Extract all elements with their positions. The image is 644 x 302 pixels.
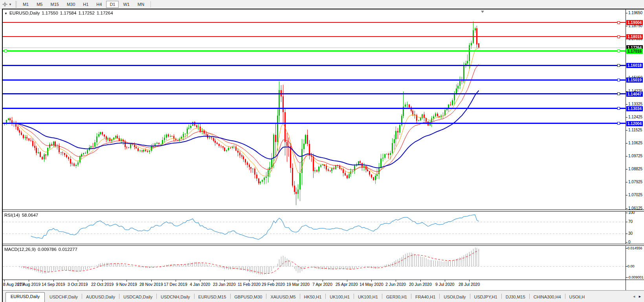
tab-usdjpy-h1[interactable]: USDJPY,H1	[470, 293, 501, 302]
level-price-label: 1.16018	[626, 63, 643, 68]
timeframe-button-m15[interactable]: M15	[47, 1, 62, 8]
timeframe-button-h1[interactable]: H1	[79, 1, 92, 8]
macd-axis[interactable]: 0.0145560.00-0.009001	[626, 246, 644, 280]
date-tick-label: 4 Jan 2020	[190, 282, 210, 287]
macd-plot[interactable]: MACD(12,26,9)0.0097860.012277	[3, 246, 626, 280]
price-tick-label: 1.12425	[628, 115, 642, 119]
price-tick-mark	[626, 13, 627, 13]
line-handle[interactable]	[617, 21, 620, 24]
date-tick-mark	[4, 280, 5, 282]
tab-eurusd-daily[interactable]: EURUSD,Daily	[6, 292, 45, 302]
tab-hk50-h1[interactable]: HK50,H1	[300, 293, 326, 302]
line-handle[interactable]	[4, 50, 7, 52]
chart-title: ▼EURUSD,Daily1.175501.175841.172521.1726…	[4, 11, 115, 15]
price-tick-label: 1.08825	[628, 167, 642, 171]
date-tick-label: 28 Jul 2020	[459, 282, 480, 287]
date-tick-label: 23 Jan 2020	[213, 282, 236, 287]
horizontal-level-line[interactable]	[3, 123, 626, 124]
date-tick-mark	[224, 280, 225, 282]
tab-china300-h4[interactable]: CHINA300,H4	[530, 293, 565, 302]
level-price-label: 1.13034	[626, 106, 643, 111]
date-tick-label: 14 Sep 2019	[42, 282, 65, 287]
cursor-tool-button[interactable]: ▼	[1, 1, 13, 7]
toolbar-grip[interactable]	[15, 1, 17, 7]
date-tick-label: 17 Dec 2019	[164, 282, 187, 287]
tabs-scroll-right-icon[interactable]: ►	[637, 295, 643, 298]
date-axis[interactable]: 8 Aug 201927 Aug 201914 Sep 20193 Oct 20…	[3, 280, 644, 290]
chart-symbol: EURUSD,Daily	[9, 11, 40, 15]
line-handle[interactable]	[617, 79, 620, 81]
tab-gbpusd-m30[interactable]: GBPUSD,M30	[231, 293, 266, 302]
rsi-tick-mark	[626, 222, 627, 222]
horizontal-level-line[interactable]	[3, 50, 626, 52]
tabs-scroll-left-icon[interactable]: ◄	[631, 295, 637, 298]
price-plot[interactable]: ▼EURUSD,Daily1.175501.175841.172521.1726…	[3, 9, 626, 210]
date-tick-label: 29 Feb 2020	[262, 282, 285, 287]
rsi-tick-mark	[626, 242, 627, 243]
tab-usdcad-daily[interactable]: USDCAD,Daily	[119, 293, 156, 302]
rsi-axis[interactable]: 10070300	[626, 212, 644, 244]
date-tick-mark	[298, 280, 298, 282]
tab-uk100-h1[interactable]: UK100,H1	[354, 293, 382, 302]
tab-usdcnh-daily[interactable]: USDCNH,Daily	[157, 293, 194, 302]
price-axis[interactable]: 1.196501.187501.178501.169501.160501.151…	[626, 9, 644, 210]
macd-signal-value: 0.012277	[59, 247, 77, 252]
line-handle[interactable]	[617, 107, 620, 110]
tab-uk100-h1[interactable]: UK100,H1	[326, 293, 354, 302]
price-tick-mark	[626, 208, 627, 209]
tab-xauusd-m5[interactable]: XAUUSD,M5	[266, 293, 299, 302]
price-tick-mark	[626, 104, 627, 105]
tab-fra40-h1[interactable]: FRA40,H1	[411, 293, 439, 302]
rsi-plot[interactable]: RSI(14)58.0647	[3, 212, 626, 244]
timeframe-button-w1[interactable]: W1	[119, 1, 133, 8]
timeframe-button-h4[interactable]: H4	[93, 1, 105, 8]
tab-dj30-m15[interactable]: DJ30,M15	[502, 293, 529, 302]
date-tick-mark	[127, 280, 127, 282]
horizontal-level-line[interactable]	[3, 93, 626, 94]
line-handle[interactable]	[617, 122, 620, 125]
tab-usdchf-daily[interactable]: USDCHF,Daily	[46, 293, 82, 302]
rsi-tick-label: 0	[628, 240, 631, 244]
tab-usoil-daily[interactable]: USOil,Daily	[440, 293, 470, 302]
macd-main-value: 0.009786	[38, 247, 57, 252]
date-tick-mark	[176, 280, 176, 282]
tab-usoil-h[interactable]: USOil,H	[565, 293, 589, 302]
current-price-line	[3, 48, 626, 48]
horizontal-level-line[interactable]	[3, 108, 626, 109]
chart-menu-icon[interactable]: ▼	[4, 12, 7, 15]
rsi-title: RSI(14)58.0647	[4, 213, 40, 217]
timeframe-button-m30[interactable]: M30	[63, 1, 79, 8]
horizontal-level-line[interactable]	[3, 65, 626, 66]
rsi-canvas[interactable]	[3, 212, 626, 244]
date-tick-mark	[249, 280, 250, 282]
tab-eurusd-m15[interactable]: EURUSD,M15	[194, 293, 230, 302]
line-handle[interactable]	[617, 50, 620, 52]
horizontal-level-line[interactable]	[3, 36, 626, 37]
horizontal-level-line[interactable]	[3, 79, 626, 81]
line-handle[interactable]	[617, 35, 620, 38]
tab-ger30-h1[interactable]: GER30,H1	[382, 293, 411, 302]
timeframe-button-d1[interactable]: D1	[106, 1, 119, 8]
price-pane: ▼EURUSD,Daily1.175501.175841.172521.1726…	[3, 9, 644, 210]
ohlc-close: 1.17264	[97, 11, 113, 15]
date-tick-label: 19 Mar 2020	[286, 282, 310, 287]
line-handle[interactable]	[617, 92, 620, 95]
toolbar-separator	[150, 1, 151, 7]
tab-audusd-daily[interactable]: AUDUSD,Daily	[82, 293, 119, 302]
timeframe-button-m5[interactable]: M5	[33, 1, 46, 8]
line-handle[interactable]	[617, 64, 620, 67]
timeframe-button-m1[interactable]: M1	[19, 1, 32, 8]
horizontal-level-line[interactable]	[3, 22, 626, 23]
level-price-label: 1.15019	[626, 77, 643, 83]
date-tick-mark	[396, 280, 396, 282]
price-tick-label: 1.13325	[628, 102, 642, 106]
date-tick-mark	[151, 280, 152, 282]
crosshair-tool-icon	[2, 2, 8, 7]
timeframe-buttons: M1M5M15M30H1H4D1W1MN	[19, 1, 148, 8]
date-tick-label: 25 Apr 2020	[336, 282, 358, 287]
price-canvas[interactable]	[3, 9, 626, 210]
timeframe-button-mn[interactable]: MN	[134, 1, 148, 8]
date-tick-mark	[102, 280, 103, 282]
macd-canvas[interactable]	[3, 246, 626, 280]
level-price-label: 1.17016	[626, 49, 643, 54]
